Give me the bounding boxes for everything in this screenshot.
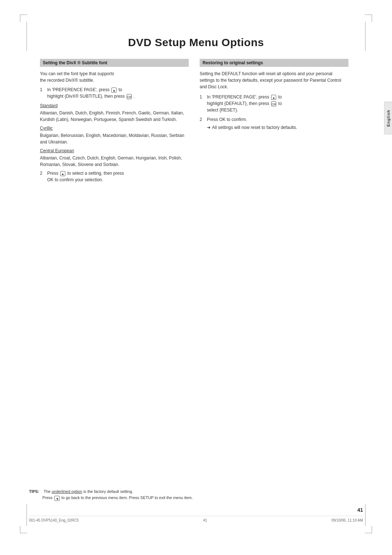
left-step-2-content: Press ▲ to select a setting, then press … <box>47 170 189 183</box>
footer-right: 09/10/06, 11:10 AM <box>331 518 363 522</box>
right-step-1-num: 1 <box>200 94 205 113</box>
cyrillic-item: Cyrillic Bulgarian, Belorussian, English… <box>40 125 189 145</box>
corner-mark-br <box>365 526 372 533</box>
side-line-right <box>365 22 366 51</box>
side-line-left <box>26 22 27 51</box>
two-columns-layout: Setting the DivX ® Subtitle font You can… <box>40 59 348 186</box>
page-number: 41 <box>29 507 363 513</box>
footer: TIPS: The underlined option is the facto… <box>29 489 363 522</box>
right-section-header: Restoring to original settings <box>200 59 348 67</box>
corner-mark-tr <box>365 15 372 22</box>
right-step-1: 1 In 'PREFERENCE PAGE', press ▲ to highl… <box>200 94 348 113</box>
english-tab-label: English <box>386 110 391 127</box>
corner-mark-bl <box>20 526 27 533</box>
left-step-1: 1 In 'PREFERENCE PAGE', press ▲ to highl… <box>40 86 189 100</box>
right-step-1-content: In 'PREFERENCE PAGE', press ▲ to highlig… <box>207 94 348 113</box>
central-european-title: Central European <box>40 147 189 154</box>
left-section-body: You can set the font type that supports … <box>40 70 189 183</box>
footer-center: 41 <box>203 518 207 522</box>
right-column: Restoring to original settings Setting t… <box>200 59 348 186</box>
left-step-2-num: 2 <box>40 170 45 183</box>
left-step-2: 2 Press ▲ to select a setting, then pres… <box>40 170 189 183</box>
side-line-left-bottom <box>26 504 27 526</box>
tips-line1: The underlined option is the factory def… <box>44 489 133 494</box>
right-intro: Setting the DEFAULT function will reset … <box>200 70 348 90</box>
key-icon-left-2: OK <box>127 94 132 99</box>
left-column: Setting the DivX ® Subtitle font You can… <box>40 59 189 186</box>
page-title: DVD Setup Menu Options <box>29 36 363 49</box>
right-step-2-num: 2 <box>200 116 205 131</box>
key-icon-right-2: OK <box>271 101 276 106</box>
key-icon-left-3: ▲ <box>60 171 65 176</box>
footer-left: 001-45 DVP5140_Eng_02RC5 <box>29 518 79 522</box>
key-icon-right-1: ▲ <box>271 95 276 100</box>
side-line-right-bottom <box>365 504 366 526</box>
back-key-icon: ◄ <box>54 496 60 501</box>
page-container: English DVD Setup Menu Options Setting t… <box>0 0 392 555</box>
reset-note: All settings will now reset to factory d… <box>212 124 297 131</box>
key-icon-left-1: ▲ <box>111 88 117 93</box>
left-step-1-content: In 'PREFERENCE PAGE', press ▲ to highlig… <box>47 86 189 100</box>
arrow-icon: ➜ <box>207 124 211 131</box>
standard-item: Standard Albanian, Danish, Dutch, Englis… <box>40 102 189 123</box>
left-intro: You can set the font type that supports … <box>40 70 189 84</box>
tips-line2: Press ◄ to go back to the previous menu … <box>42 495 193 500</box>
cyrillic-text: Bulgarian, Belorussian, English, Macedon… <box>40 132 189 145</box>
underlined-option: underlined option <box>52 489 82 494</box>
tips-section: TIPS: The underlined option is the facto… <box>29 489 363 501</box>
cyrillic-title: Cyrillic <box>40 125 189 131</box>
standard-title: Standard <box>40 102 189 109</box>
footer-meta: 001-45 DVP5140_Eng_02RC5 41 09/10/06, 11… <box>29 516 363 522</box>
english-tab: English <box>384 102 392 134</box>
left-section-header: Setting the DivX ® Subtitle font <box>40 59 189 67</box>
central-european-text: Albanian, Croat, Czech, Dutch, English, … <box>40 155 189 168</box>
arrow-bullet: ➜ All settings will now reset to factory… <box>207 124 348 131</box>
tips-label: TIPS: <box>29 489 39 494</box>
corner-mark-tl <box>20 15 27 22</box>
central-european-item: Central European Albanian, Croat, Czech,… <box>40 147 189 168</box>
right-section-body: Setting the DEFAULT function will reset … <box>200 70 348 131</box>
right-step-2: 2 Press OK to confirm. ➜ All settings wi… <box>200 116 348 131</box>
right-step-2-content: Press OK to confirm. ➜ All settings will… <box>207 116 348 131</box>
left-step-1-num: 1 <box>40 86 45 100</box>
standard-text: Albanian, Danish, Dutch, English, Finnis… <box>40 110 189 123</box>
content-area: Setting the DivX ® Subtitle font You can… <box>40 59 348 186</box>
